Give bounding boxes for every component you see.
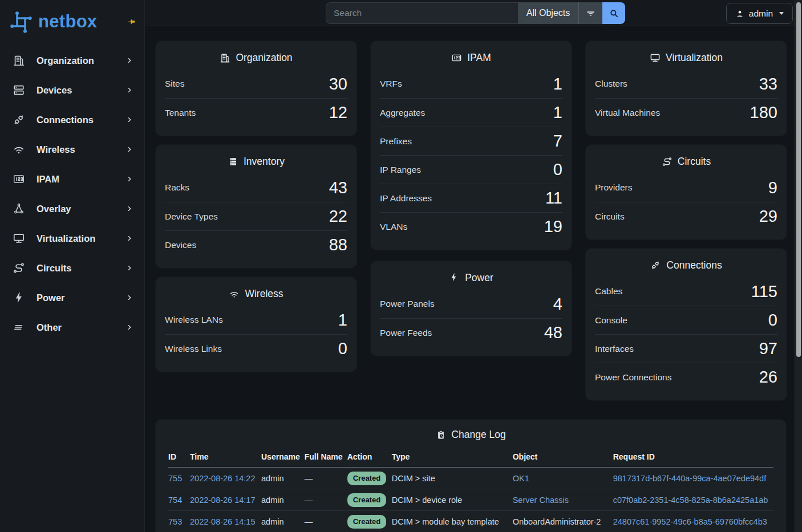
search-bar: All Objects bbox=[326, 2, 625, 24]
sidebar-item-organization[interactable]: Organization bbox=[0, 46, 144, 75]
chevron-right-icon bbox=[126, 265, 133, 271]
stat-value[interactable]: 48 bbox=[544, 323, 562, 342]
stat-value[interactable]: 0 bbox=[768, 311, 777, 330]
stat-label: Racks bbox=[165, 182, 189, 193]
stat-value[interactable]: 19 bbox=[544, 217, 562, 236]
stat-value[interactable]: 9 bbox=[768, 178, 777, 197]
sidebar-item-overlay[interactable]: Overlay bbox=[0, 194, 144, 224]
stat-value[interactable]: 1 bbox=[553, 103, 562, 122]
sidebar-item-wireless[interactable]: Wireless bbox=[0, 135, 144, 164]
stat-row: IP Ranges 0 bbox=[380, 155, 562, 184]
changelog-title: Change Log bbox=[451, 429, 505, 441]
changelog-row: 753 2022-08-26 14:15 admin — Created DCI… bbox=[168, 511, 773, 532]
changelog-card: Change Log ID Time Username Full Name A bbox=[156, 420, 786, 532]
stat-label: Cables bbox=[595, 286, 622, 297]
sidebar-item-circuits[interactable]: Circuits bbox=[0, 253, 144, 283]
stat-label: Power Panels bbox=[380, 299, 435, 309]
stat-value[interactable]: 30 bbox=[329, 75, 347, 94]
stat-value[interactable]: 1 bbox=[553, 75, 562, 94]
stat-value[interactable]: 29 bbox=[759, 207, 777, 226]
stat-value[interactable]: 11 bbox=[545, 189, 562, 208]
card-virtualization: Virtualization Clusters 33 Virtual Machi… bbox=[586, 41, 787, 136]
sidebar-item-ipam[interactable]: IPAM bbox=[0, 164, 144, 194]
card-title: Inventory bbox=[244, 156, 285, 168]
stat-label: Clusters bbox=[595, 79, 627, 89]
netbox-logo[interactable]: netbox bbox=[0, 0, 144, 44]
stat-value[interactable]: 88 bbox=[329, 235, 347, 254]
card-title: Organization bbox=[236, 52, 292, 64]
search-submit-button[interactable] bbox=[602, 2, 625, 24]
change-object-link[interactable]: OK1 bbox=[513, 474, 529, 483]
card-organization: Organization Sites 30 Tenants 12 bbox=[156, 41, 357, 136]
lines-icon bbox=[13, 321, 25, 334]
request-id-link[interactable]: 9817317d-b67f-440a-99ca-4ae07ede94df bbox=[613, 474, 766, 483]
card-title: IPAM bbox=[467, 52, 491, 64]
stat-row: Console 0 bbox=[595, 306, 777, 334]
request-id-link[interactable]: c07f0ab2-2351-4c58-825a-8b6a2425a1ab bbox=[613, 496, 768, 505]
sidebar-item-devices[interactable]: Devices bbox=[0, 75, 144, 105]
sidebar-item-label: Organization bbox=[37, 55, 126, 66]
sidebar-item-label: Devices bbox=[37, 85, 126, 96]
change-username: admin bbox=[261, 496, 284, 505]
stat-value[interactable]: 43 bbox=[329, 178, 347, 197]
stat-value[interactable]: 7 bbox=[553, 132, 562, 151]
change-time-link[interactable]: 2022-08-26 14:22 bbox=[190, 474, 256, 483]
change-username: admin bbox=[261, 517, 284, 526]
search-scope-dropdown[interactable]: All Objects bbox=[518, 2, 578, 24]
stat-value[interactable]: 115 bbox=[751, 282, 777, 301]
card-header: IPAM bbox=[371, 49, 572, 70]
sidebar-item-connections[interactable]: Connections bbox=[0, 105, 144, 135]
request-id-link[interactable]: 24807c61-9952-49c6-b8a5-69760bfcc4b3 bbox=[613, 517, 767, 526]
stat-row: Providers 9 bbox=[595, 173, 777, 202]
column-header-id: ID bbox=[168, 450, 190, 468]
card-header: Virtualization bbox=[586, 49, 787, 70]
sidebar-item-virtualization[interactable]: Virtualization bbox=[0, 224, 144, 253]
stat-row: Wireless Links 0 bbox=[165, 334, 347, 363]
scrollbar-thumb[interactable] bbox=[796, 2, 801, 357]
pin-sidebar-icon[interactable] bbox=[125, 16, 136, 27]
column-header-username: Username bbox=[261, 450, 305, 468]
change-time-link[interactable]: 2022-08-26 14:15 bbox=[190, 517, 256, 526]
stat-value[interactable]: 12 bbox=[329, 103, 347, 122]
caret-down-icon bbox=[779, 12, 784, 15]
sidebar-nav: Organization Devices bbox=[0, 44, 144, 342]
stat-label: IP Ranges bbox=[380, 165, 421, 175]
user-label: admin bbox=[749, 9, 773, 19]
search-input[interactable] bbox=[326, 2, 518, 24]
change-id-link[interactable]: 754 bbox=[168, 496, 182, 505]
stat-label: VLANs bbox=[380, 222, 407, 232]
stat-value[interactable]: 1 bbox=[338, 311, 347, 330]
dashboard-content: Organization Sites 30 Tenants 12 bbox=[145, 26, 802, 532]
stat-value[interactable]: 4 bbox=[553, 295, 562, 314]
server-icon bbox=[13, 84, 25, 96]
stat-row: Racks 43 bbox=[165, 173, 347, 202]
stat-value[interactable]: 33 bbox=[759, 75, 777, 94]
change-time-link[interactable]: 2022-08-26 14:17 bbox=[190, 496, 256, 505]
stat-value[interactable]: 0 bbox=[338, 339, 347, 358]
action-badge: Created bbox=[347, 515, 386, 529]
change-username: admin bbox=[261, 474, 284, 483]
stat-row: Prefixes 7 bbox=[380, 127, 562, 155]
filter-button[interactable] bbox=[578, 2, 602, 24]
wifi-icon bbox=[229, 289, 240, 299]
stat-value[interactable]: 180 bbox=[750, 103, 777, 122]
stat-value[interactable]: 22 bbox=[329, 207, 347, 226]
dashboard-column-2: IPAM VRFs 1 Aggregates 1 Prefixes 7 bbox=[371, 41, 572, 400]
stat-value[interactable]: 97 bbox=[759, 339, 777, 358]
wifi-icon bbox=[13, 143, 25, 156]
stat-row: IP Addresses 11 bbox=[380, 184, 562, 212]
column-header-action: Action bbox=[347, 450, 392, 468]
stat-value[interactable]: 0 bbox=[553, 160, 562, 179]
stat-row: Power Connections 26 bbox=[595, 363, 777, 391]
column-header-requestid: Request ID bbox=[613, 450, 773, 468]
change-id-link[interactable]: 755 bbox=[168, 474, 182, 483]
stat-value[interactable]: 26 bbox=[759, 368, 777, 387]
ipam-icon bbox=[451, 52, 462, 63]
change-id-link[interactable]: 753 bbox=[168, 517, 182, 526]
sidebar-item-other[interactable]: Other bbox=[0, 312, 144, 342]
user-menu-button[interactable]: admin bbox=[726, 3, 793, 24]
change-object-link[interactable]: Server Chassis bbox=[513, 496, 569, 505]
sidebar-item-power[interactable]: Power bbox=[0, 283, 144, 312]
sidebar-item-label: Other bbox=[37, 322, 126, 333]
sidebar-item-label: Wireless bbox=[37, 144, 126, 155]
